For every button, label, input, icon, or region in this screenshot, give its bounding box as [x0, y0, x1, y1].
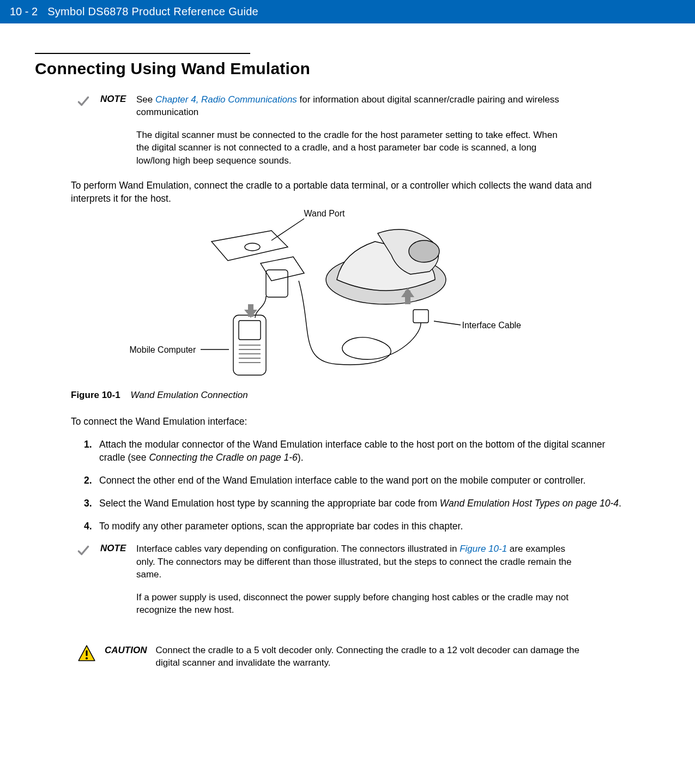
note-text: Interface cables vary depending on confi… — [136, 542, 572, 616]
caution-text: Connect the cradle to a 5 volt decoder o… — [155, 644, 586, 670]
section-heading: Connecting Using Wand Emulation — [35, 59, 662, 78]
note-block-1: NOTE See Chapter 4, Radio Communications… — [76, 93, 662, 167]
list-item: 2. Connect the other end of the Wand Emu… — [84, 474, 629, 487]
wand-emulation-diagram-icon — [102, 209, 593, 383]
step-text-b: . — [619, 498, 621, 509]
note2-p2: If a power supply is used, disconnect th… — [136, 591, 572, 617]
section-rule — [35, 53, 250, 54]
checkmark-icon — [76, 542, 92, 560]
note1-p1-prefix: See — [136, 94, 155, 105]
step-num: 3. — [84, 497, 92, 510]
step-text-a: Connect the other end of the Wand Emulat… — [99, 475, 585, 486]
caution-label: CAUTION — [105, 644, 147, 656]
step-ref: Connecting the Cradle on page 1-6 — [149, 452, 297, 463]
step-num: 4. — [84, 520, 92, 533]
steps-list: 1. Attach the modular connector of the W… — [84, 438, 629, 533]
step-text-a: To modify any other parameter options, s… — [99, 521, 463, 532]
step-num: 2. — [84, 474, 92, 487]
svg-line-2 — [434, 321, 461, 325]
svg-rect-6 — [239, 321, 261, 340]
note-label: NOTE — [100, 93, 128, 105]
svg-point-3 — [245, 243, 260, 251]
page-number: 10 - 2 — [10, 5, 38, 18]
page-header-title: Symbol DS6878 Product Reference Guide — [47, 5, 258, 18]
note2-p1-prefix: Interface cables vary depending on confi… — [136, 544, 460, 554]
note-label: NOTE — [100, 542, 128, 554]
list-item: 3. Select the Wand Emulation host type b… — [84, 497, 629, 510]
step-text-b: ). — [298, 452, 304, 463]
caution-block: CAUTION Connect the cradle to a 5 volt d… — [77, 644, 662, 670]
note-block-2: NOTE Interface cables vary depending on … — [76, 542, 662, 616]
svg-rect-18 — [86, 650, 87, 656]
connect-intro: To connect the Wand Emulation interface: — [71, 415, 627, 428]
svg-line-0 — [271, 219, 304, 240]
step-text-a: Select the Wand Emulation host type by s… — [99, 498, 440, 509]
figure-caption-title: Wand Emulation Connection — [130, 390, 247, 400]
intro-para: To perform Wand Emulation, connect the c… — [71, 179, 627, 205]
svg-point-14 — [409, 240, 439, 262]
step-num: 1. — [84, 438, 92, 451]
svg-point-19 — [86, 657, 88, 659]
svg-rect-16 — [413, 310, 428, 323]
note2-link[interactable]: Figure 10-1 — [460, 544, 507, 554]
list-item: 4. To modify any other parameter options… — [84, 520, 629, 533]
note1-p2: The digital scanner must be connected to… — [136, 129, 572, 167]
figure-10-1: Wand Port Mobile Computer Interface Cabl… — [102, 209, 593, 383]
figure-caption: Figure 10-1 Wand Emulation Connection — [71, 390, 662, 401]
checkmark-icon — [76, 93, 92, 111]
page-header: 10 - 2 Symbol DS6878 Product Reference G… — [0, 0, 695, 23]
list-item: 1. Attach the modular connector of the W… — [84, 438, 629, 464]
svg-rect-4 — [266, 270, 288, 297]
step-ref: Wand Emulation Host Types on page 10-4 — [440, 498, 619, 509]
warning-triangle-icon — [77, 644, 96, 665]
note-text: See Chapter 4, Radio Communications for … — [136, 93, 572, 167]
figure-caption-num: Figure 10-1 — [71, 390, 120, 400]
note1-link[interactable]: Chapter 4, Radio Communications — [155, 94, 297, 105]
